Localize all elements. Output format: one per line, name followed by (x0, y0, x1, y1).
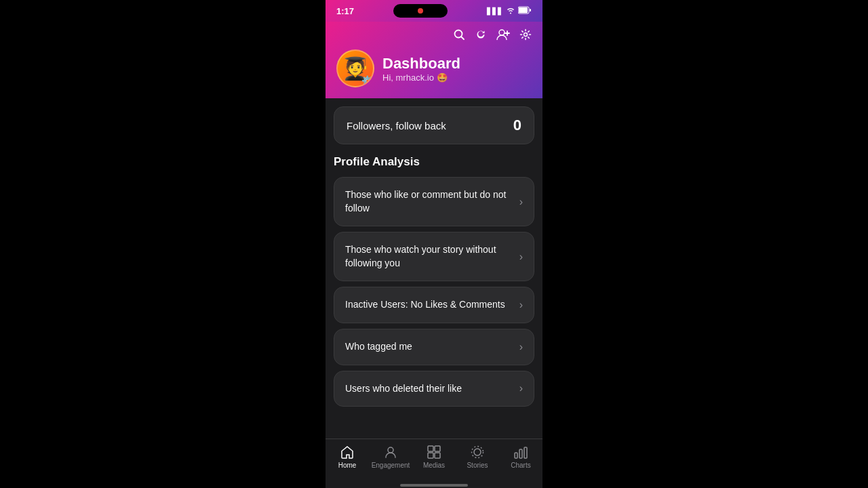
chevron-icon-4: › (519, 341, 523, 353)
status-bar: 1:17 ▋▋▋ (326, 0, 542, 22)
subtitle-prefix: Hi, (382, 73, 393, 83)
status-pill-dot (418, 8, 423, 14)
avatar: 🧑‍🎓 ⚙️ (336, 49, 374, 87)
svg-point-15 (472, 447, 484, 458)
settings-icon[interactable] (519, 28, 532, 44)
nav-medias[interactable]: Medias (412, 445, 456, 469)
svg-point-9 (388, 447, 393, 453)
svg-point-14 (474, 449, 481, 455)
menu-item-tagged-text: Who tagged me (345, 340, 519, 354)
nav-charts-label: Charts (511, 462, 530, 469)
battery-icon (518, 6, 532, 16)
nav-home[interactable]: Home (326, 445, 369, 469)
menu-item-story-text: Those who watch your story without follo… (345, 243, 519, 270)
svg-rect-1 (519, 7, 528, 13)
menu-item-like-comment[interactable]: Those who like or comment but do not fol… (334, 177, 534, 226)
menu-item-deleted-text: Users who deleted their like (345, 382, 519, 396)
header-emoji: 🤩 (437, 73, 448, 83)
svg-point-3 (455, 30, 462, 38)
menu-item-inactive-users[interactable]: Inactive Users: No Likes & Comments › (334, 287, 534, 323)
svg-rect-16 (515, 453, 517, 458)
chevron-icon-1: › (519, 196, 523, 208)
home-indicator (326, 481, 542, 488)
nav-engagement[interactable]: Engagement (369, 445, 412, 469)
profile-analysis-section: Profile Analysis Those who like or comme… (334, 155, 534, 407)
chevron-icon-3: › (519, 299, 523, 311)
dashboard-subtitle: Hi, mrhack.io 🤩 (382, 73, 460, 83)
svg-rect-12 (428, 453, 433, 458)
refresh-icon[interactable] (475, 28, 487, 44)
wifi-icon (506, 6, 515, 16)
menu-item-inactive-text: Inactive Users: No Likes & Comments (345, 298, 519, 312)
svg-rect-13 (435, 453, 440, 458)
svg-point-8 (524, 33, 528, 37)
add-user-icon[interactable] (496, 28, 510, 44)
search-icon[interactable] (453, 28, 465, 44)
nav-charts[interactable]: Charts (499, 445, 542, 469)
svg-line-4 (462, 37, 465, 40)
username: mrhack.io (396, 73, 434, 83)
section-title: Profile Analysis (334, 155, 534, 169)
chevron-icon-2: › (519, 251, 523, 263)
status-pill (393, 4, 448, 18)
status-icons: ▋▋▋ (487, 6, 532, 16)
nav-home-label: Home (338, 462, 357, 469)
header: 🧑‍🎓 ⚙️ Dashboard Hi, mrhack.io 🤩 (326, 22, 542, 98)
svg-rect-10 (428, 446, 433, 451)
svg-point-5 (499, 30, 505, 35)
phone-frame: 1:17 ▋▋▋ (326, 0, 542, 488)
svg-rect-17 (519, 449, 522, 458)
followers-count: 0 (513, 117, 521, 134)
svg-rect-2 (530, 9, 531, 12)
signal-icon: ▋▋▋ (487, 7, 503, 15)
content-area: Followers, follow back 0 Profile Analysi… (326, 98, 542, 439)
bottom-nav: Home Engagement Medias Stories (326, 439, 542, 481)
menu-item-tagged-me[interactable]: Who tagged me › (334, 329, 534, 365)
status-time: 1:17 (336, 6, 354, 16)
menu-item-story-watchers[interactable]: Those who watch your story without follo… (334, 232, 534, 281)
svg-rect-18 (524, 447, 527, 458)
nav-medias-label: Medias (423, 462, 445, 469)
menu-item-like-comment-text: Those who like or comment but do not fol… (345, 188, 519, 215)
nav-stories-label: Stories (467, 462, 488, 469)
dashboard-title: Dashboard (382, 55, 460, 73)
nav-engagement-label: Engagement (372, 462, 410, 469)
avatar-badge: ⚙️ (361, 75, 373, 86)
engagement-icon (383, 445, 398, 460)
nav-stories[interactable]: Stories (456, 445, 499, 469)
home-icon (340, 445, 355, 460)
home-indicator-bar (400, 484, 468, 487)
svg-rect-11 (435, 446, 440, 451)
followers-card[interactable]: Followers, follow back 0 (334, 106, 534, 144)
header-icons (336, 28, 532, 44)
followers-label: Followers, follow back (347, 120, 446, 131)
menu-item-deleted-like[interactable]: Users who deleted their like › (334, 371, 534, 407)
charts-icon (513, 445, 528, 460)
medias-icon (427, 445, 441, 460)
stories-icon (470, 445, 485, 460)
chevron-icon-5: › (519, 382, 523, 394)
header-profile: 🧑‍🎓 ⚙️ Dashboard Hi, mrhack.io 🤩 (336, 49, 532, 87)
header-text: Dashboard Hi, mrhack.io 🤩 (382, 55, 460, 83)
